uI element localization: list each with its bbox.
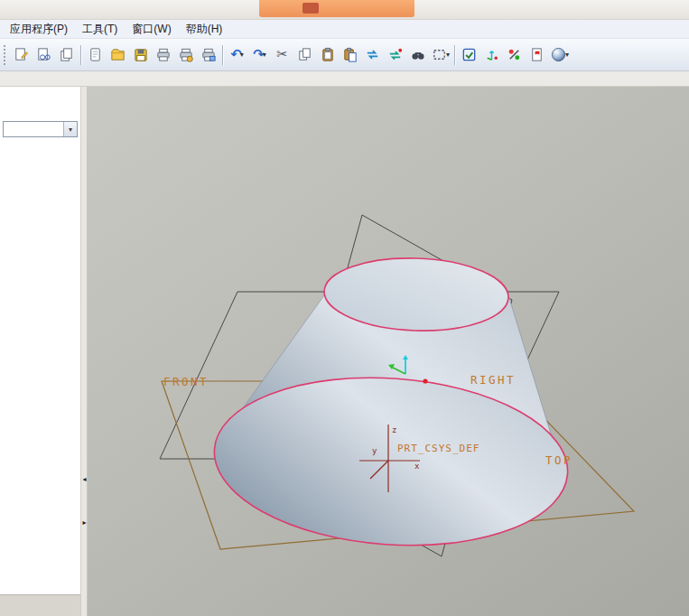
- collapse-panel-arrow[interactable]: ◂: [81, 471, 88, 486]
- secondary-toolbar: [0, 71, 689, 87]
- plot-icon: [200, 46, 217, 63]
- new-file[interactable]: [84, 43, 107, 66]
- display-options[interactable]: [458, 43, 480, 66]
- spin-center-toggle-icon: [483, 46, 500, 63]
- menu-window[interactable]: 窗口(W): [126, 20, 177, 39]
- copy-icon: [296, 46, 313, 63]
- chevron-right-icon: ▸: [82, 518, 86, 527]
- paste[interactable]: [316, 43, 339, 66]
- undo-dropdown-caret[interactable]: ▾: [240, 51, 244, 59]
- paste-special[interactable]: [339, 43, 361, 66]
- expand-panel-arrow[interactable]: ▸: [81, 515, 88, 529]
- plot[interactable]: [197, 43, 219, 66]
- print[interactable]: [152, 43, 174, 66]
- csys-label[interactable]: PRT_CSYS_DEF: [397, 443, 480, 454]
- save-file[interactable]: [129, 43, 152, 66]
- application-window: 应用程序(P)工具(T)窗口(W)帮助(H) ↶▾↷▾✂▾▾ ▾ ◂ ▸: [0, 0, 689, 616]
- background-window-fragment-detail: [303, 3, 319, 14]
- csys-axis-y-label: y: [372, 446, 377, 455]
- redo-dropdown-caret[interactable]: ▾: [263, 51, 266, 59]
- shaded-display[interactable]: ▾: [548, 43, 571, 66]
- main-toolbar: ↶▾↷▾✂▾▾: [0, 39, 689, 71]
- toolbar-separator: [222, 45, 223, 65]
- chevron-down-icon: ▾: [69, 126, 72, 134]
- background-strip: [0, 0, 689, 20]
- review-tool-icon: [35, 46, 52, 63]
- select-box[interactable]: ▾: [429, 43, 452, 66]
- main-content: ▾ ◂ ▸: [0, 87, 689, 616]
- paste-icon: [319, 46, 336, 63]
- copy[interactable]: [293, 43, 316, 66]
- toolbar-separator: [80, 45, 81, 65]
- new-file-icon: [87, 46, 104, 63]
- compare-tool-icon: [58, 46, 75, 63]
- datum-label-front[interactable]: FRONT: [163, 375, 209, 388]
- tree-filter-combobox[interactable]: ▾: [3, 121, 78, 137]
- tree-filter-dropdown-button[interactable]: ▾: [63, 122, 77, 136]
- toolbar-separator: [454, 45, 455, 65]
- menu-tools[interactable]: 工具(T): [76, 20, 124, 39]
- viewport-canvas[interactable]: FRONT RIGHT TOP z x y PRT_CSYS_DEF: [88, 87, 689, 616]
- spin-center-toggle[interactable]: [480, 43, 503, 66]
- regenerate-custom-icon: [386, 46, 404, 63]
- menu-help[interactable]: 帮助(H): [180, 20, 229, 39]
- review-tool[interactable]: [33, 43, 55, 66]
- spin-center-dot: [423, 378, 427, 383]
- display-options-icon: [461, 46, 478, 63]
- paste-special-icon: [341, 46, 358, 63]
- model-tree-panel: ▾: [0, 87, 81, 616]
- shaded-display-dropdown-caret[interactable]: ▾: [565, 51, 569, 59]
- open-file-icon: [109, 46, 126, 63]
- orientation-tool[interactable]: [503, 43, 526, 66]
- datum-label-top[interactable]: TOP: [545, 453, 573, 467]
- cut-icon: ✂: [276, 48, 288, 61]
- annotations-toggle-icon: [528, 46, 545, 63]
- model-frustum[interactable]: [209, 255, 573, 556]
- toolbar-drag-handle: [4, 45, 5, 65]
- select-box-dropdown-caret[interactable]: ▾: [446, 51, 450, 59]
- regenerate-custom[interactable]: [384, 43, 406, 66]
- annotate-tool-icon: [13, 46, 30, 63]
- menu-bar: 应用程序(P)工具(T)窗口(W)帮助(H): [0, 20, 689, 39]
- csys-axis-x-label: x: [414, 462, 420, 471]
- panel-bottom-bar: [0, 594, 80, 616]
- panel-splitter[interactable]: ◂ ▸: [81, 87, 88, 616]
- redo[interactable]: ↷▾: [248, 43, 271, 66]
- cut[interactable]: ✂: [271, 43, 293, 66]
- save-file-icon: [132, 46, 149, 63]
- 3d-viewport[interactable]: FRONT RIGHT TOP z x y PRT_CSYS_DEF: [88, 87, 689, 616]
- print-setup[interactable]: [174, 43, 197, 66]
- csys-axis-z-label: z: [392, 425, 396, 434]
- tree-filter-input[interactable]: [4, 122, 63, 136]
- compare-tool[interactable]: [55, 43, 78, 66]
- annotate-tool[interactable]: [10, 43, 33, 66]
- print-icon: [154, 46, 172, 63]
- find-icon: [409, 46, 426, 63]
- regenerate[interactable]: [361, 43, 384, 66]
- print-setup-icon: [177, 46, 194, 63]
- regenerate-icon: [364, 46, 381, 63]
- undo[interactable]: ↶▾: [226, 43, 248, 66]
- annotations-toggle[interactable]: [526, 43, 548, 66]
- open-file[interactable]: [107, 43, 129, 66]
- menu-applications[interactable]: 应用程序(P): [4, 20, 74, 39]
- orientation-tool-icon: [506, 46, 523, 63]
- chevron-left-icon: ◂: [82, 475, 86, 483]
- background-window-fragment: [259, 0, 414, 17]
- find[interactable]: [406, 43, 429, 66]
- datum-label-right[interactable]: RIGHT: [470, 373, 516, 387]
